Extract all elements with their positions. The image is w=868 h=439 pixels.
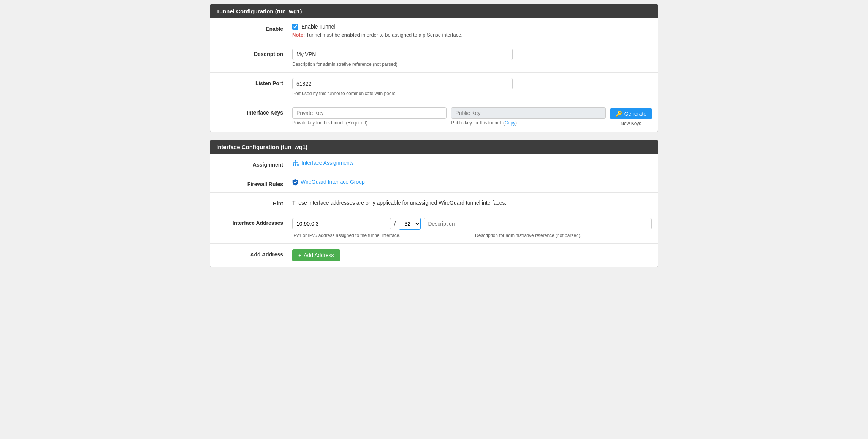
tunnel-config-header: Tunnel Configuration (tun_wg1) xyxy=(210,4,658,18)
ip-help: IPv4 or IPv6 address assigned to the tun… xyxy=(292,233,469,238)
interface-assignments-text: Interface Assignments xyxy=(301,160,354,166)
shield-icon xyxy=(292,179,298,185)
interface-config-panel: Interface Configuration (tun_wg1) Assign… xyxy=(210,140,658,267)
hint-content: These interface addresses are only appli… xyxy=(292,198,652,206)
interface-keys-label: Interface Keys xyxy=(216,107,292,116)
firewall-rules-label: Firewall Rules xyxy=(216,179,292,187)
description-row: Description Description for administrati… xyxy=(210,43,658,73)
listen-port-row: Listen Port Port used by this tunnel to … xyxy=(210,73,658,102)
add-address-button[interactable]: + Add Address xyxy=(292,249,340,261)
keys-wrapper: Private key for this tunnel. (Required) … xyxy=(292,107,652,126)
description-help: Description for administrative reference… xyxy=(292,62,652,67)
note-bold: enabled xyxy=(341,32,360,38)
key-icon: 🔑 xyxy=(616,111,622,117)
hint-text: These interface addresses are only appli… xyxy=(292,198,652,206)
assignment-row: Assignment xyxy=(210,154,658,173)
interface-addresses-content: / 12345678910111213141516171819202122232… xyxy=(292,218,652,238)
enable-label: Enable xyxy=(216,24,292,32)
description-label: Description xyxy=(216,49,292,57)
cidr-select[interactable]: 1234567891011121314151617181920212223242… xyxy=(399,218,421,230)
enable-tunnel-checkbox[interactable] xyxy=(292,24,298,30)
listen-port-input[interactable] xyxy=(292,78,513,89)
svg-rect-3 xyxy=(297,164,299,166)
assignment-label: Assignment xyxy=(216,159,292,168)
note-text-part1: Tunnel must be xyxy=(306,32,342,38)
add-address-content: + Add Address xyxy=(292,249,652,261)
network-icon xyxy=(292,159,299,166)
description-input[interactable] xyxy=(292,49,513,60)
addr-help-row: IPv4 or IPv6 address assigned to the tun… xyxy=(292,231,652,238)
wireguard-interface-group-text: WireGuard Interface Group xyxy=(301,179,365,185)
interface-addresses-label: Interface Addresses xyxy=(216,218,292,226)
svg-rect-0 xyxy=(295,160,296,161)
public-key-input xyxy=(451,107,605,119)
generate-label: Generate xyxy=(624,111,646,117)
enable-note: Note: Tunnel must be enabled in order to… xyxy=(292,32,652,38)
address-description-input[interactable] xyxy=(424,218,652,229)
private-key-field: Private key for this tunnel. (Required) xyxy=(292,107,447,126)
interface-keys-row: Interface Keys Private key for this tunn… xyxy=(210,102,658,132)
note-label: Note: xyxy=(292,32,305,38)
assignment-content: Interface Assignments xyxy=(292,159,652,166)
page-wrapper: Tunnel Configuration (tun_wg1) Enable En… xyxy=(206,0,662,278)
plus-icon: + xyxy=(298,252,301,258)
firewall-rules-row: Firewall Rules WireGuard Interface Group xyxy=(210,173,658,193)
add-address-label: Add Address xyxy=(216,249,292,258)
new-keys-label: New Keys xyxy=(621,121,641,126)
slash-divider: / xyxy=(394,220,396,227)
public-key-field: Public key for this tunnel. (Copy) xyxy=(451,107,605,126)
wireguard-interface-group-link[interactable]: WireGuard Interface Group xyxy=(292,179,652,185)
enable-row: Enable Enable Tunnel Note: Tunnel must b… xyxy=(210,18,658,43)
copy-link[interactable]: Copy xyxy=(505,120,515,126)
listen-port-help: Port used by this tunnel to communicate … xyxy=(292,91,652,96)
ip-address-input[interactable] xyxy=(292,218,391,229)
listen-port-label: Listen Port xyxy=(216,78,292,86)
generate-section: 🔑 Generate New Keys xyxy=(610,107,652,126)
desc-help: Description for administrative reference… xyxy=(475,233,652,238)
firewall-rules-content: WireGuard Interface Group xyxy=(292,179,652,185)
hint-label: Hint xyxy=(216,198,292,207)
enable-tunnel-label: Enable Tunnel xyxy=(301,24,336,30)
description-content: Description for administrative reference… xyxy=(292,49,652,67)
note-text-part2: in order to be assigned to a pfSense int… xyxy=(361,32,463,38)
svg-rect-1 xyxy=(293,164,294,166)
interface-addresses-row: Interface Addresses / 123456789101112131… xyxy=(210,212,658,244)
tunnel-config-panel: Tunnel Configuration (tun_wg1) Enable En… xyxy=(210,4,658,132)
generate-button[interactable]: 🔑 Generate xyxy=(610,108,652,119)
interface-keys-content: Private key for this tunnel. (Required) … xyxy=(292,107,652,126)
enable-checkbox-row: Enable Tunnel xyxy=(292,24,652,30)
enable-content: Enable Tunnel Note: Tunnel must be enabl… xyxy=(292,24,652,38)
listen-port-content: Port used by this tunnel to communicate … xyxy=(292,78,652,96)
hint-row: Hint These interface addresses are only … xyxy=(210,193,658,212)
add-address-row: Add Address + Add Address xyxy=(210,244,658,267)
ip-help-col: IPv4 or IPv6 address assigned to the tun… xyxy=(292,231,469,238)
private-key-input[interactable] xyxy=(292,107,447,119)
add-address-button-label: Add Address xyxy=(304,252,334,258)
interface-config-header: Interface Configuration (tun_wg1) xyxy=(210,140,658,154)
svg-rect-2 xyxy=(295,164,296,166)
public-key-help: Public key for this tunnel. (Copy) xyxy=(451,120,605,126)
addr-full-row: / 12345678910111213141516171819202122232… xyxy=(292,218,652,230)
desc-help-col: Description for administrative reference… xyxy=(475,231,652,238)
private-key-help: Private key for this tunnel. (Required) xyxy=(292,120,447,126)
interface-assignments-link[interactable]: Interface Assignments xyxy=(292,159,652,166)
